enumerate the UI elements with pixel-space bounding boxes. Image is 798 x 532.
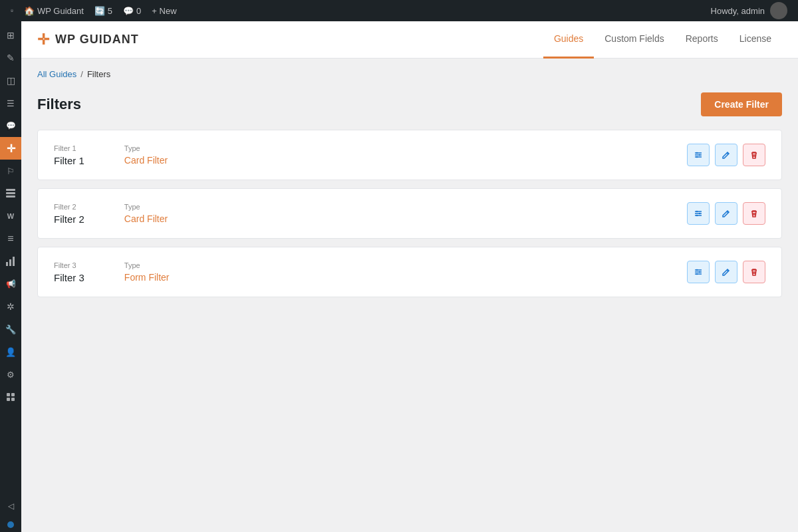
filter-card-2: Filter 2 Filter 2 Type Card Filter <box>37 188 782 239</box>
filter-3-actions <box>687 261 765 283</box>
svg-rect-6 <box>9 259 11 266</box>
filter-3-info: Filter 3 Filter 3 Type Form Filter <box>54 261 687 283</box>
sidebar-icon-settings[interactable]: ⚙ <box>0 363 21 386</box>
comments-item[interactable]: 💬 0 <box>118 0 146 21</box>
sidebar-icon-feedback[interactable]: ⚐ <box>0 160 21 182</box>
updates-icon: 🔄 <box>94 6 105 16</box>
sidebar-icon-wrench[interactable]: 🔧 <box>0 318 21 340</box>
filter-2-info: Filter 2 Filter 2 Type Card Filter <box>54 203 687 225</box>
filter-2-name: Filter 2 <box>54 213 84 225</box>
breadcrumb-all-guides[interactable]: All Guides <box>37 69 76 79</box>
sidebar-icon-wp-guidant[interactable]: ✛ <box>0 137 21 160</box>
svg-point-35 <box>696 273 698 275</box>
filter-3-edit-button[interactable] <box>715 261 737 283</box>
svg-rect-5 <box>6 262 8 266</box>
filter-3-type-block: Type Form Filter <box>124 261 170 283</box>
svg-point-17 <box>696 156 698 158</box>
filter-2-name-block: Filter 2 Filter 2 <box>54 203 84 225</box>
sidebar-icon-dashboard[interactable]: ⊞ <box>0 24 21 47</box>
sidebar-icon-comments[interactable]: 💬 <box>0 114 21 137</box>
sidebar-icon-pages[interactable]: ☰ <box>0 92 21 114</box>
svg-point-26 <box>696 215 698 216</box>
svg-point-25 <box>699 213 700 214</box>
filter-3-name: Filter 3 <box>54 272 84 283</box>
svg-rect-7 <box>13 257 15 266</box>
sidebar-icon-woo[interactable]: W <box>0 205 21 227</box>
sidebar-icon-table[interactable] <box>0 182 21 205</box>
filter-1-settings-button[interactable] <box>687 144 710 166</box>
filter-3-type-value: Form Filter <box>124 272 170 283</box>
filter-1-type-value: Card Filter <box>124 155 168 166</box>
filter-2-actions <box>687 202 765 225</box>
page-title: Filters <box>37 96 81 113</box>
wp-logo[interactable]: W <box>5 4 19 17</box>
comments-icon: 💬 <box>123 6 134 16</box>
site-name[interactable]: 🏠 WP Guidant <box>19 0 89 21</box>
breadcrumb-current: Filters <box>87 69 110 79</box>
sidebar-icon-plugins[interactable] <box>0 386 21 408</box>
create-filter-button[interactable]: Create Filter <box>701 92 782 116</box>
filter-3-type-label: Type <box>124 261 170 269</box>
svg-rect-4 <box>6 196 15 198</box>
filter-2-settings-button[interactable] <box>687 202 710 225</box>
filter-3-name-label: Filter 3 <box>54 261 84 269</box>
filter-1-name-block: Filter 1 Filter 1 <box>54 144 84 166</box>
plugin-logo-text: WP GUIDANT <box>55 33 139 47</box>
svg-rect-9 <box>11 393 15 396</box>
wp-sidebar: ⊞ ✎ ◫ ☰ 💬 ✛ ⚐ W ≡ 📢 ✲ 🔧 👤 ⚙ <box>0 21 21 532</box>
admin-bar: W 🏠 WP Guidant 🔄 5 💬 0 + New Howdy, admi… <box>0 0 798 21</box>
new-item[interactable]: + New <box>146 0 182 21</box>
filter-2-delete-button[interactable] <box>743 202 765 225</box>
filter-1-name-label: Filter 1 <box>54 144 84 152</box>
filter-3-settings-button[interactable] <box>687 261 710 283</box>
content-area: ✛ WP GUIDANT Guides Custom Fields Report… <box>21 21 798 532</box>
sidebar-icon-analytics[interactable] <box>0 250 21 273</box>
main-layout: ⊞ ✎ ◫ ☰ 💬 ✛ ⚐ W ≡ 📢 ✲ 🔧 👤 ⚙ <box>0 21 798 532</box>
sidebar-icon-collapse[interactable]: ◁ <box>0 495 21 517</box>
filter-card-1: Filter 1 Filter 1 Type Card Filter <box>37 130 782 180</box>
plugin-nav: Guides Custom Fields Reports License <box>543 21 782 58</box>
sidebar-icon-menu[interactable]: ≡ <box>0 227 21 250</box>
sidebar-icon-tools[interactable]: ✲ <box>0 295 21 318</box>
sidebar-icon-posts[interactable]: ✎ <box>0 47 21 69</box>
filter-1-edit-button[interactable] <box>715 144 737 166</box>
filter-1-type-label: Type <box>124 144 168 152</box>
plugin-logo-icon: ✛ <box>37 31 50 49</box>
tab-custom-fields[interactable]: Custom Fields <box>594 21 674 59</box>
howdy-item[interactable]: Howdy, admin <box>706 0 793 21</box>
svg-point-16 <box>699 154 700 156</box>
svg-rect-10 <box>7 398 10 401</box>
tab-guides[interactable]: Guides <box>543 21 594 59</box>
filter-2-edit-button[interactable] <box>715 202 737 225</box>
sidebar-icon-media[interactable]: ◫ <box>0 69 21 92</box>
filter-2-name-label: Filter 2 <box>54 203 84 211</box>
sidebar-icon-megaphone[interactable]: 📢 <box>0 273 21 295</box>
updates-item[interactable]: 🔄 5 <box>89 0 118 21</box>
home-icon: 🏠 <box>24 6 35 16</box>
svg-point-15 <box>696 152 698 154</box>
filter-1-name: Filter 1 <box>54 155 84 166</box>
sidebar-icon-users[interactable]: 👤 <box>0 340 21 363</box>
svg-point-34 <box>699 271 700 273</box>
tab-license[interactable]: License <box>729 21 782 59</box>
filter-3-delete-button[interactable] <box>743 261 765 283</box>
svg-rect-3 <box>6 192 15 194</box>
filter-2-type-label: Type <box>124 203 168 211</box>
plugin-header: ✛ WP GUIDANT Guides Custom Fields Report… <box>21 21 798 59</box>
filter-card-3: Filter 3 Filter 3 Type Form Filter <box>37 247 782 297</box>
filter-1-delete-button[interactable] <box>743 144 765 166</box>
filter-1-type-block: Type Card Filter <box>124 144 168 166</box>
breadcrumb-separator: / <box>80 69 83 79</box>
plugin-logo: ✛ WP GUIDANT <box>37 31 139 49</box>
svg-rect-11 <box>11 398 15 401</box>
tab-reports[interactable]: Reports <box>675 21 729 59</box>
svg-rect-8 <box>7 393 10 396</box>
svg-point-33 <box>696 269 698 271</box>
filter-3-name-block: Filter 3 Filter 3 <box>54 261 84 283</box>
page-content: All Guides / Filters Filters Create Filt… <box>21 59 798 316</box>
filter-1-info: Filter 1 Filter 1 Type Card Filter <box>54 144 687 166</box>
filter-1-actions <box>687 144 765 166</box>
breadcrumb: All Guides / Filters <box>37 69 782 79</box>
filter-2-type-value: Card Filter <box>124 213 168 224</box>
active-indicator <box>7 521 14 528</box>
